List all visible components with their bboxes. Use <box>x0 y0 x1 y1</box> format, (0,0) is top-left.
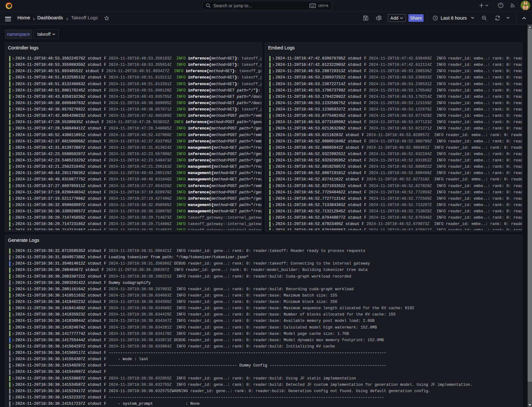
svg-text:?: ? <box>500 3 502 7</box>
